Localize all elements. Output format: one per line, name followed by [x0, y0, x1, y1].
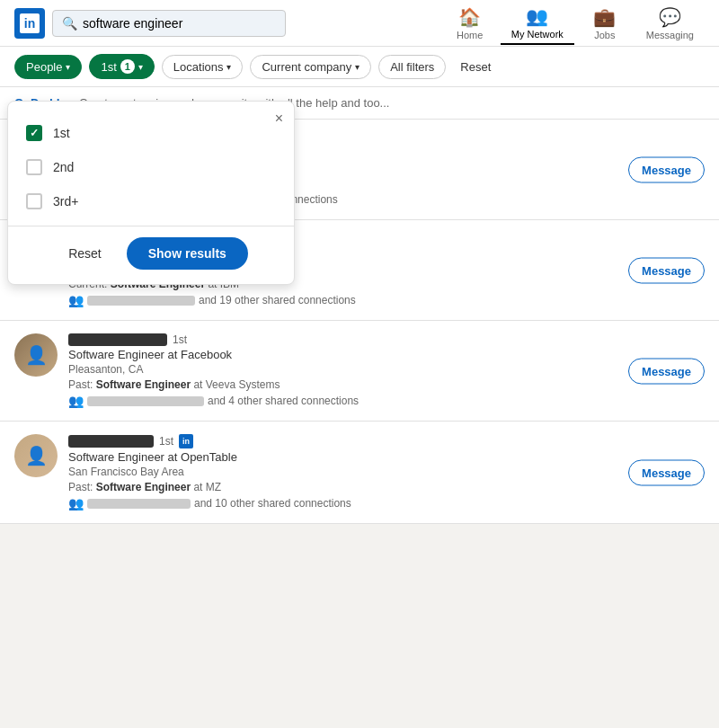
logo-text: in: [20, 13, 40, 33]
name-blur: [68, 435, 154, 448]
nav-network[interactable]: 👥 My Network: [501, 2, 574, 45]
dropdown-reset-button[interactable]: Reset: [54, 239, 116, 268]
locations-filter-label: Locations: [173, 60, 224, 74]
degree-badge: 1st: [159, 435, 173, 448]
result-title: Software Engineer at OpenTable: [68, 450, 705, 464]
filter-bar: People ▾ 1st 1 ▾ Locations ▾ Current com…: [0, 47, 719, 87]
result-title: Software Engineer at Facebook: [68, 348, 705, 361]
nav-home[interactable]: 🏠 Home: [443, 3, 497, 44]
linkedin-premium-badge: in: [179, 434, 193, 448]
reset-label: Reset: [460, 60, 491, 74]
result-location: Pleasanton, CA: [68, 363, 705, 376]
dropdown-close-button[interactable]: ×: [275, 111, 283, 127]
result-info: 1st Software Engineer at Facebook Pleasa…: [68, 333, 705, 408]
connections-line: 👥 and 4 other shared connections: [68, 394, 705, 408]
message-button[interactable]: Message: [628, 459, 705, 485]
result-location: San Francisco Bay Area: [68, 466, 705, 478]
option-2nd-label: 2nd: [53, 160, 74, 174]
name-blur: [68, 333, 167, 346]
conn-suffix: and 10 other shared connections: [194, 497, 351, 510]
header: in 🔍 🏠 Home 👥 My Network 💼 Jobs 💬 Messag…: [0, 0, 719, 47]
option-2nd[interactable]: 2nd: [8, 150, 294, 184]
table-row: 👤 1st Software Engineer at Facebook Plea…: [0, 321, 719, 422]
connections-icon: 👥: [68, 496, 84, 510]
message-button[interactable]: Message: [628, 257, 705, 283]
past-suffix: at Veeva Systems: [193, 378, 280, 391]
network-icon: 👥: [526, 5, 548, 27]
connection-filter-label: 1st: [101, 60, 116, 74]
past-role: Software Engineer: [96, 378, 191, 391]
result-past: Past: Software Engineer at MZ: [68, 481, 705, 493]
avatar: 👤: [14, 434, 58, 477]
search-icon: 🔍: [62, 16, 77, 31]
nav-messaging[interactable]: 💬 Messaging: [635, 3, 705, 44]
reset-button[interactable]: Reset: [453, 56, 498, 78]
result-info: 1st in Software Engineer at OpenTable Sa…: [68, 434, 705, 510]
conn-suffix: and 4 other shared connections: [208, 395, 359, 407]
home-icon: 🏠: [458, 6, 481, 28]
message-button[interactable]: Message: [628, 358, 705, 384]
connections-icon: 👥: [68, 293, 84, 307]
connection-badge: 1: [120, 59, 135, 74]
past-role: Software Engineer: [96, 481, 191, 493]
company-filter-button[interactable]: Current company ▾: [250, 55, 371, 79]
search-input[interactable]: [83, 16, 276, 31]
all-filters-label: All filters: [390, 60, 434, 74]
conn-blur: [87, 396, 204, 406]
dropdown-footer: Reset Show results: [8, 226, 294, 270]
option-1st-label: 1st: [53, 126, 70, 140]
messaging-icon: 💬: [659, 6, 681, 28]
result-past: Past: Software Engineer at Veeva Systems: [68, 378, 705, 391]
company-chevron-icon: ▾: [355, 62, 360, 72]
search-bar: 🔍: [52, 10, 286, 37]
nav-jobs[interactable]: 💼 Jobs: [578, 3, 632, 44]
people-filter-label: People: [26, 60, 62, 74]
show-results-button[interactable]: Show results: [127, 237, 248, 270]
option-3rd[interactable]: 3rd+: [8, 184, 294, 218]
degree-badge: 1st: [173, 333, 187, 346]
locations-filter-button[interactable]: Locations ▾: [162, 55, 244, 79]
connection-chevron-icon: ▾: [138, 62, 143, 72]
connections-line: 👥 and 19 other shared connections: [68, 293, 705, 307]
nav-bar: 🏠 Home 👥 My Network 💼 Jobs 💬 Messaging: [443, 2, 705, 45]
option-3rd-label: 3rd+: [53, 194, 78, 209]
nav-network-label: My Network: [511, 29, 564, 40]
checkbox-3rd[interactable]: [26, 193, 42, 209]
conn-blur: [87, 499, 191, 509]
connection-filter-button[interactable]: 1st 1 ▾: [89, 54, 154, 79]
connections-line: 👥 and 10 other shared connections: [68, 496, 705, 510]
checkbox-2nd[interactable]: [26, 159, 42, 175]
all-filters-button[interactable]: All filters: [378, 55, 446, 79]
checkbox-1st[interactable]: [26, 125, 42, 141]
connection-dropdown: × 1st 2nd 3rd+ Reset Show results: [7, 101, 295, 285]
jobs-icon: 💼: [593, 6, 616, 28]
table-row: 👤 1st in Software Engineer at OpenTable …: [0, 422, 719, 524]
option-1st[interactable]: 1st: [8, 116, 294, 150]
nav-home-label: Home: [457, 30, 483, 40]
connections-icon: 👥: [68, 394, 84, 408]
name-line: 1st: [68, 333, 705, 346]
nav-jobs-label: Jobs: [594, 30, 615, 40]
avatar: 👤: [14, 333, 58, 377]
locations-chevron-icon: ▾: [226, 62, 231, 72]
avatar-image: 👤: [14, 333, 58, 377]
nav-messaging-label: Messaging: [646, 30, 694, 40]
linkedin-logo[interactable]: in: [14, 8, 45, 39]
message-button[interactable]: Message: [628, 156, 705, 182]
avatar-image: 👤: [14, 434, 58, 477]
people-chevron-icon: ▾: [66, 62, 70, 72]
company-filter-label: Current company: [262, 60, 351, 74]
name-line: 1st in: [68, 434, 705, 448]
past-suffix: at MZ: [193, 481, 221, 493]
people-filter-button[interactable]: People ▾: [14, 55, 82, 79]
conn-blur: [87, 296, 195, 306]
conn-suffix: and 19 other shared connections: [199, 294, 356, 306]
